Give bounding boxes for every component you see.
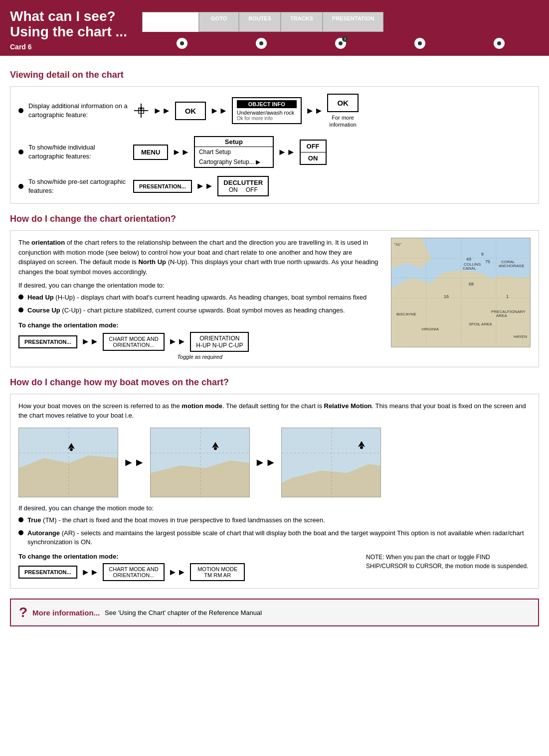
nav-dot-3 xyxy=(414,38,425,49)
svg-text:BISCAYNE: BISCAYNE xyxy=(396,312,416,316)
motion-box2-line1: MOTION MODE xyxy=(196,566,239,572)
header: What can I see? Using the chart ... Card… xyxy=(0,0,549,56)
nav-tabs-area: FIND SHIP CURSOR GOTO ROUTES TRACKS PRES… xyxy=(127,9,539,54)
header-title: What can I see? Using the chart ... Card… xyxy=(10,9,127,56)
orientation-left: The orientation of the chart refers to t… xyxy=(18,238,381,359)
offon-on[interactable]: ON xyxy=(301,152,326,164)
declutter-off[interactable]: OFF xyxy=(246,186,258,193)
autorange-label: Autorange xyxy=(27,529,60,537)
vd-row-2: To show/hide individual cartographic fea… xyxy=(18,136,531,168)
motion-box1-line2: ORIENTATION... xyxy=(109,572,158,578)
tab-routes[interactable]: ROUTES xyxy=(239,12,281,32)
motion-bullet-round-1 xyxy=(18,517,23,522)
chart-mode-box-motion: CHART MODE AND ORIENTATION... xyxy=(103,563,164,581)
btn-presentation-motion[interactable]: PRESENTATION... xyxy=(18,566,77,579)
declutter-on[interactable]: ON xyxy=(229,186,238,193)
setup-box: Setup Chart Setup Cartography Setup... ▶ xyxy=(194,136,274,168)
vd-flow-3: PRESENTATION... ►► DECLUTTER ON OFF xyxy=(133,176,531,196)
arrow-double-6: ►► xyxy=(196,181,214,191)
svg-text:ANCHORAGE: ANCHORAGE xyxy=(499,264,525,268)
tab-find-ship-cursor[interactable]: FIND SHIP CURSOR xyxy=(142,12,199,32)
autorange-suffix: (AR) - selects and maintains the largest… xyxy=(27,529,524,546)
orientation-body: The orientation of the chart refers to t… xyxy=(18,238,381,277)
declutter-title: DECLUTTER xyxy=(223,179,263,186)
motion-bullet-1-text: True (TM) - the chart is fixed and the b… xyxy=(27,516,325,525)
svg-text:°41": °41" xyxy=(394,242,401,247)
btn-ok-2[interactable]: OK xyxy=(327,94,359,112)
orient-box2-line1: ORIENTATION xyxy=(196,335,243,342)
tab-tracks[interactable]: TRACKS xyxy=(281,12,323,32)
viewing-detail-box: Display additional information on a cart… xyxy=(10,86,539,204)
svg-point-48 xyxy=(360,446,363,449)
chart-mode-line2: ORIENTATION... xyxy=(109,342,158,348)
dot-cell-2 xyxy=(301,34,380,54)
btn-presentation-orient[interactable]: PRESENTATION... xyxy=(18,335,77,348)
vd-flow-2: MENU ►► Setup Chart Setup Cartography Se… xyxy=(133,136,531,168)
dot-cell-3 xyxy=(380,34,460,54)
orientation-change-label: To change the orientation mode: xyxy=(18,321,381,329)
motion-bullet-2: Autorange (AR) - selects and maintains t… xyxy=(18,529,531,547)
tab-goto[interactable]: GOTO xyxy=(199,12,239,32)
motion-diagrams: ►► ►► xyxy=(18,428,531,497)
orientation-bullet-2-text: Course Up (C-Up) - chart picture stabili… xyxy=(27,306,345,315)
orientation-heading: How do I change the chart orientation? xyxy=(10,214,539,224)
svg-point-42 xyxy=(214,447,217,450)
arrow-double-orient-2: ►► xyxy=(169,336,186,347)
setup-item-2: Cartography Setup... ▶ xyxy=(195,157,273,167)
page-title: What can I see? Using the chart ... xyxy=(10,9,127,40)
orient-box2-line2: H-UP N-UP C-UP xyxy=(196,342,243,349)
vd-row-1: Display additional information on a cart… xyxy=(18,94,531,129)
motion-note: NOTE: When you pan the chart or toggle F… xyxy=(361,553,531,571)
chart-map-svg: COLLINS CANAL CORAL ANCHORAGE BISCAYNE V… xyxy=(391,238,531,347)
btn-ok-1[interactable]: OK xyxy=(175,102,206,120)
btn-presentation-1[interactable]: PRESENTATION... xyxy=(133,180,192,193)
chart-mode-box: CHART MODE AND ORIENTATION... xyxy=(103,333,164,351)
svg-text:1: 1 xyxy=(506,294,509,299)
motion-heading: How do I change how my boat moves on the… xyxy=(10,377,539,388)
course-up-suffix: (C-Up) - chart picture stabilized, curre… xyxy=(62,306,345,314)
bullet-2 xyxy=(18,150,23,154)
setup-item-1: Chart Setup xyxy=(195,147,273,157)
offon-off[interactable]: OFF xyxy=(301,141,326,152)
head-up-label: Head Up xyxy=(27,294,54,301)
orientation-content: The orientation of the chart refers to t… xyxy=(18,238,531,359)
svg-text:16: 16 xyxy=(444,294,449,299)
offon-box: OFF ON xyxy=(300,140,327,165)
object-info-box: OBJECT INFO Underwater/awash rock Ok for… xyxy=(232,97,302,124)
object-info-subtext: Ok for more info xyxy=(237,116,297,121)
object-info-title: OBJECT INFO xyxy=(237,100,297,108)
motion-box: How your boat moves on the screen is ref… xyxy=(10,394,539,589)
course-up-label: Course Up xyxy=(27,306,60,314)
tab-presentation[interactable]: PRESENTATION xyxy=(323,12,384,32)
motion-change-label: To change the orientation mode: xyxy=(18,553,351,560)
orientation-bullet-2: Course Up (C-Up) - chart picture stabili… xyxy=(18,306,381,315)
object-info-text: Underwater/awash rock xyxy=(237,110,297,116)
card-label: Card 6 xyxy=(10,43,127,56)
motion-body: How your boat moves on the screen is ref… xyxy=(18,401,531,421)
orientation-bullet-1-text: Head Up (H-Up) - displays chart with boa… xyxy=(27,293,366,302)
motion-diagram-2 xyxy=(150,428,250,497)
nav-dot-2 xyxy=(335,38,346,49)
main-content: Viewing detail on the chart Display addi… xyxy=(0,56,549,637)
nav-dot-0 xyxy=(177,38,187,49)
arrow-double-3: ►► xyxy=(306,106,324,116)
motion-svg-2 xyxy=(151,428,250,497)
svg-text:68: 68 xyxy=(469,282,474,287)
vd-text-3: To show/hide pre-set cartographic featur… xyxy=(28,177,128,195)
orientation-right: COLLINS CANAL CORAL ANCHORAGE BISCAYNE V… xyxy=(391,238,531,359)
motion-box2-line2: TM RM AR xyxy=(196,572,239,578)
chart-mode-line1: CHART MODE AND xyxy=(109,336,158,342)
bottom-left: To change the orientation mode: PRESENTA… xyxy=(18,553,351,581)
vd-flow-1: ►► OK ►► OBJECT INFO Underwater/awash ro… xyxy=(133,94,531,129)
nav-dot-1 xyxy=(256,38,267,49)
arrow-double-4: ►► xyxy=(172,147,190,157)
arrow-double-motion-1: ►► xyxy=(123,456,145,469)
bottom-right: NOTE: When you pan the chart or toggle F… xyxy=(361,553,531,581)
true-label: True xyxy=(27,516,41,524)
btn-menu[interactable]: MENU xyxy=(133,145,168,160)
bullet-1 xyxy=(18,108,23,113)
declutter-box: DECLUTTER ON OFF xyxy=(217,176,269,196)
orientation-flow: PRESENTATION... ►► CHART MODE AND ORIENT… xyxy=(18,332,381,352)
bullet-3 xyxy=(18,184,23,189)
svg-text:VIRGINIA: VIRGINIA xyxy=(421,327,439,331)
